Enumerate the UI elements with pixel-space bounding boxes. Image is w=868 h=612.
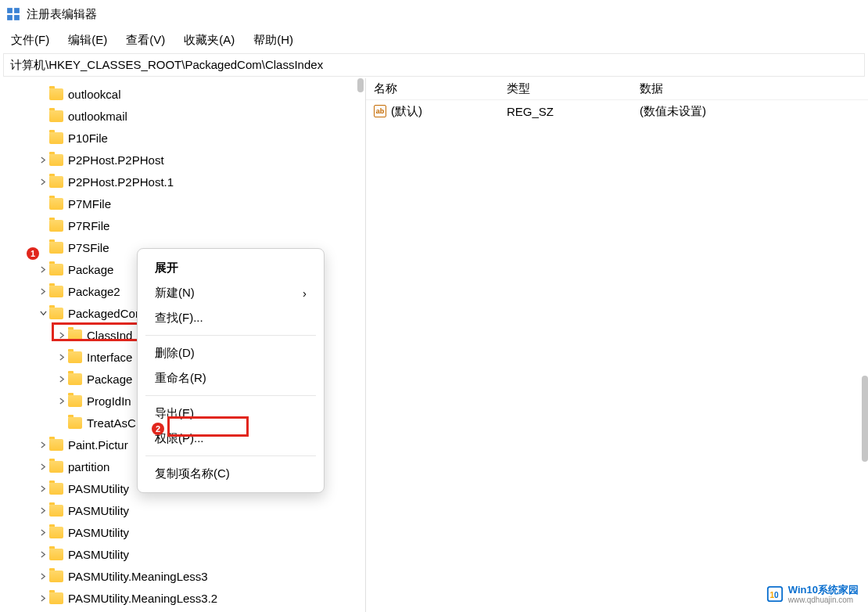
tree-node[interactable]: PASMUtility <box>0 521 365 543</box>
ctx-new[interactable]: 新建(N) › <box>138 280 324 305</box>
menu-edit[interactable]: 编辑(E) <box>63 31 112 49</box>
folder-icon <box>49 286 63 297</box>
tree-node[interactable]: outlookmail <box>0 105 365 127</box>
tree-node[interactable]: P10File <box>0 127 365 149</box>
ctx-permissions[interactable]: 权限(P)... <box>138 426 324 451</box>
folder-icon <box>49 549 63 560</box>
tree-node-label: outlookmail <box>68 110 127 123</box>
value-data: (数值未设置) <box>632 104 868 119</box>
tree-node-label: P10File <box>68 131 108 145</box>
svg-rect-0 <box>7 8 13 13</box>
chevron-right-icon[interactable] <box>38 286 48 297</box>
tree-node[interactable]: P2PHost.P2PHost <box>0 149 365 171</box>
tree-node-label: ClassInd <box>87 329 132 342</box>
window-title: 注册表编辑器 <box>27 7 97 22</box>
col-data[interactable]: 数据 <box>632 81 868 96</box>
ctx-expand[interactable]: 展开 <box>138 255 324 280</box>
chevron-right-icon[interactable] <box>56 395 67 406</box>
ctx-find[interactable]: 查找(F)... <box>138 305 324 330</box>
chevron-right-icon[interactable] <box>38 592 48 603</box>
watermark-sub: www.qdhuajin.com <box>788 596 859 604</box>
ctx-separator <box>145 455 316 456</box>
tree-node-label: PASMUtility.MeaningLess3 <box>68 570 208 583</box>
chevron-down-icon[interactable] <box>38 308 48 319</box>
list-row[interactable]: ab (默认) REG_SZ (数值未设置) <box>366 100 868 122</box>
chevron-placeholder <box>38 198 48 209</box>
chevron-right-icon[interactable] <box>38 527 48 538</box>
list-scrollbar-thumb[interactable] <box>862 376 868 462</box>
chevron-placeholder <box>38 132 48 143</box>
tree-node-label: Paint.Pictur <box>68 438 128 452</box>
col-type[interactable]: 类型 <box>499 81 632 96</box>
tree-node[interactable]: PASMUtility <box>0 499 365 521</box>
value-type: REG_SZ <box>499 105 632 118</box>
folder-icon <box>49 571 63 582</box>
menu-view[interactable]: 查看(V) <box>121 31 170 49</box>
tree-node-label: partition <box>68 460 109 473</box>
folder-icon <box>49 264 63 275</box>
chevron-right-icon[interactable] <box>56 373 67 384</box>
tree-node-label: P2PHost.P2PHost <box>68 153 164 167</box>
chevron-right-icon: › <box>303 286 307 300</box>
tree-node-label: Package <box>87 373 132 386</box>
folder-icon <box>49 527 63 538</box>
folder-icon <box>49 439 63 451</box>
folder-icon <box>49 132 63 144</box>
ctx-copy-key-name[interactable]: 复制项名称(C) <box>138 461 324 486</box>
address-text: 计算机\HKEY_CLASSES_ROOT\PackagedCom\ClassI… <box>10 58 323 73</box>
ctx-export[interactable]: 导出(E) <box>138 401 324 426</box>
tree-node-label: PASMUtility <box>68 548 129 561</box>
tree-node[interactable]: PASMUtility <box>0 543 365 565</box>
folder-icon <box>68 329 82 341</box>
ctx-delete[interactable]: 删除(D) <box>138 340 324 365</box>
annotation-badge-1: 1 <box>27 247 39 260</box>
chevron-right-icon[interactable] <box>38 549 48 560</box>
tree-node-label: P7MFile <box>68 197 111 211</box>
tree-node[interactable]: P2PHost.P2PHost.1 <box>0 171 365 193</box>
svg-rect-1 <box>14 8 20 13</box>
chevron-right-icon[interactable] <box>38 439 48 450</box>
chevron-right-icon[interactable] <box>56 351 67 362</box>
menu-favorites[interactable]: 收藏夹(A) <box>179 31 239 49</box>
tree-node-label: ProgIdIn <box>87 394 131 408</box>
col-name[interactable]: 名称 <box>366 81 499 96</box>
ctx-rename[interactable]: 重命名(R) <box>138 365 324 391</box>
folder-icon <box>49 88 63 100</box>
tree-node[interactable]: P7MFile <box>0 193 365 214</box>
tree-node-label: PASMUtility <box>68 504 129 517</box>
chevron-right-icon[interactable] <box>38 461 48 472</box>
watermark-logo-icon: 1 0 <box>766 585 784 603</box>
chevron-placeholder <box>38 220 48 231</box>
chevron-right-icon[interactable] <box>56 329 67 340</box>
svg-rect-3 <box>14 15 20 20</box>
svg-rect-2 <box>7 15 13 20</box>
tree-node[interactable]: outlookcal <box>0 83 365 105</box>
ctx-separator <box>145 395 316 396</box>
tree-node-label: PASMUtility <box>68 526 129 539</box>
chevron-right-icon[interactable] <box>38 176 48 187</box>
tree-node-label: P7RFile <box>68 219 109 232</box>
context-menu: 展开 新建(N) › 查找(F)... 删除(D) 重命名(R) 导出(E) 权… <box>137 248 325 493</box>
folder-icon <box>68 373 82 385</box>
folder-icon <box>49 220 63 232</box>
main: outlookcaloutlookmailP10FileP2PHost.P2PH… <box>0 78 868 612</box>
tree-node[interactable]: PASMUtility.MeaningLess3 <box>0 565 365 587</box>
chevron-right-icon[interactable] <box>38 154 48 165</box>
chevron-right-icon[interactable] <box>38 264 48 275</box>
tree-node[interactable]: P7RFile <box>0 214 365 236</box>
chevron-right-icon[interactable] <box>38 483 48 494</box>
tree-node[interactable]: PASMUtility.MeaningLess3.2 <box>0 587 365 609</box>
folder-icon <box>49 308 63 319</box>
menu-file[interactable]: 文件(F) <box>6 31 54 49</box>
tree-node-label: P2PHost.P2PHost.1 <box>68 175 174 189</box>
chevron-right-icon[interactable] <box>38 505 48 516</box>
tree-node-label: Interface <box>87 351 132 364</box>
address-bar[interactable]: 计算机\HKEY_CLASSES_ROOT\PackagedCom\ClassI… <box>3 53 865 77</box>
chevron-placeholder <box>38 110 48 121</box>
chevron-placeholder <box>38 88 48 99</box>
tree-node-label: P7SFile <box>68 241 109 254</box>
ctx-separator <box>145 335 316 336</box>
menu-help[interactable]: 帮助(H) <box>249 31 298 49</box>
list-pane[interactable]: 名称 类型 数据 ab (默认) REG_SZ (数值未设置) <box>366 78 868 612</box>
chevron-right-icon[interactable] <box>38 571 48 581</box>
